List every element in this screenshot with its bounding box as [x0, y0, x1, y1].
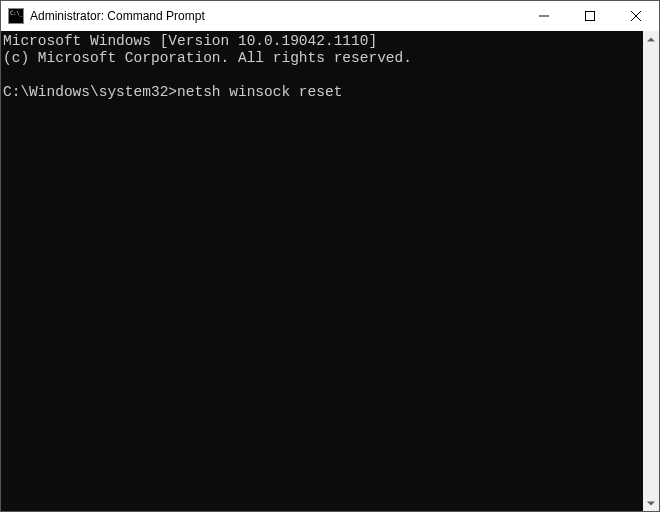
titlebar[interactable]: Administrator: Command Prompt: [1, 1, 659, 31]
window-title: Administrator: Command Prompt: [30, 9, 521, 23]
prompt-text: C:\Windows\system32>: [3, 84, 177, 100]
close-button[interactable]: [613, 1, 659, 31]
command-prompt-window: Administrator: Command Prompt Microsoft …: [0, 0, 660, 512]
scroll-down-button[interactable]: [643, 494, 659, 511]
minimize-button[interactable]: [521, 1, 567, 31]
maximize-icon: [585, 11, 595, 21]
svg-rect-1: [586, 12, 595, 21]
console-wrap: Microsoft Windows [Version 10.0.19042.11…: [1, 31, 659, 511]
minimize-icon: [539, 11, 549, 21]
vertical-scrollbar[interactable]: [643, 31, 659, 511]
command-input[interactable]: netsh winsock reset: [177, 84, 342, 100]
console-line: Microsoft Windows [Version 10.0.19042.11…: [3, 33, 643, 50]
console-blank-line: [3, 67, 643, 84]
chevron-up-icon: [647, 36, 655, 44]
console-area[interactable]: Microsoft Windows [Version 10.0.19042.11…: [1, 31, 643, 511]
close-icon: [631, 11, 641, 21]
scroll-up-button[interactable]: [643, 31, 659, 48]
console-prompt-line: C:\Windows\system32>netsh winsock reset: [3, 84, 643, 101]
window-controls: [521, 1, 659, 31]
chevron-down-icon: [647, 499, 655, 507]
console-line: (c) Microsoft Corporation. All rights re…: [3, 50, 643, 67]
cmd-icon: [8, 8, 24, 24]
maximize-button[interactable]: [567, 1, 613, 31]
